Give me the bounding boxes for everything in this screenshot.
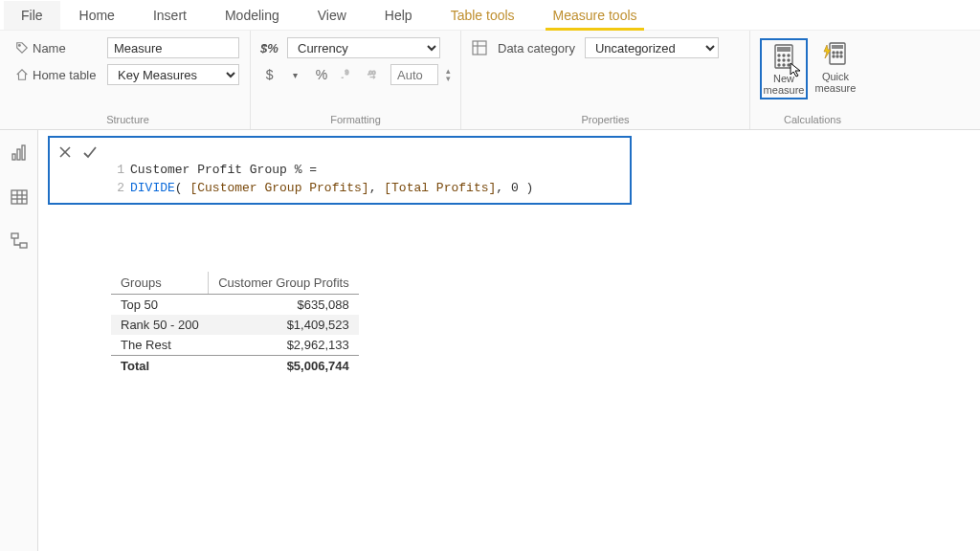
svg-text:.00: .00 <box>368 69 376 76</box>
data-category-label: Data category <box>498 41 575 55</box>
quick-measure-label: Quick measure <box>813 71 858 94</box>
svg-rect-7 <box>777 47 791 52</box>
decimal-decrease-button[interactable]: .00 <box>365 64 383 85</box>
svg-rect-34 <box>20 243 27 248</box>
percent-button[interactable]: % <box>312 64 330 85</box>
home-table-label: Home table <box>33 68 96 82</box>
menu-help[interactable]: Help <box>366 1 432 30</box>
svg-rect-26 <box>17 149 20 160</box>
report-view-button[interactable] <box>6 140 33 166</box>
calculator-icon <box>770 42 797 71</box>
formula-function: DIVIDE <box>130 181 175 195</box>
ribbon-group-structure: Name Home table Key Measures Structure <box>6 31 251 129</box>
svg-point-22 <box>833 55 835 57</box>
structure-group-label: Structure <box>15 112 240 129</box>
svg-point-14 <box>778 64 780 66</box>
formula-bar[interactable]: 1Customer Profit Group % = 2DIVIDE( [Cus… <box>48 136 632 205</box>
svg-point-23 <box>836 55 838 57</box>
decimals-input[interactable] <box>390 64 438 85</box>
svg-rect-3 <box>473 41 486 55</box>
formula-arg-1: [Customer Group Profits] <box>189 181 368 195</box>
table-header-groups[interactable]: Groups <box>111 272 209 295</box>
ribbon: Name Home table Key Measures Structure <box>0 31 980 130</box>
svg-point-11 <box>778 59 780 61</box>
menu-modeling[interactable]: Modeling <box>206 1 299 30</box>
tag-icon <box>15 41 29 55</box>
svg-point-12 <box>783 59 785 61</box>
formula-commit-button[interactable] <box>80 143 100 162</box>
svg-point-16 <box>788 64 790 66</box>
menu-insert[interactable]: Insert <box>134 1 206 30</box>
svg-rect-25 <box>12 154 15 160</box>
menu-home[interactable]: Home <box>60 1 134 30</box>
svg-point-21 <box>840 52 842 54</box>
svg-rect-27 <box>22 145 25 160</box>
svg-point-15 <box>783 64 785 66</box>
quick-measure-button[interactable]: Quick measure <box>812 38 859 96</box>
svg-point-13 <box>788 59 790 61</box>
ribbon-group-properties: Data category Uncategorized Properties <box>461 31 750 129</box>
formula-line-1: Customer Profit Group % = <box>130 163 317 177</box>
formatting-group-label: Formatting <box>260 112 451 129</box>
menu-file[interactable]: File <box>4 1 60 30</box>
thousands-button[interactable]: 9 <box>339 64 357 85</box>
decimals-stepper-icon[interactable]: ▴▾ <box>446 67 451 82</box>
table-row[interactable]: Rank 50 - 200 $1,409,523 <box>111 315 359 335</box>
name-label: Name <box>33 41 66 55</box>
line-number-1: 1 <box>111 161 124 180</box>
menu-measure-tools[interactable]: Measure tools <box>534 1 657 30</box>
table-row[interactable]: The Rest $2,962,133 <box>111 335 359 356</box>
svg-point-19 <box>833 52 835 54</box>
svg-text:9: 9 <box>345 69 349 76</box>
model-view-button[interactable] <box>6 228 33 254</box>
format-icon: $% <box>260 41 281 55</box>
svg-point-0 <box>19 45 21 47</box>
data-view-button[interactable] <box>6 184 33 210</box>
calculations-group-label: Calculations <box>760 112 865 129</box>
currency-dropdown-icon[interactable]: ▾ <box>286 64 304 85</box>
quick-measure-icon <box>822 40 849 69</box>
table-header-profits[interactable]: Customer Group Profits <box>209 272 359 295</box>
home-icon <box>15 68 29 81</box>
svg-point-24 <box>840 55 842 57</box>
ribbon-group-formatting: $% Currency $ ▾ % 9 .00 ▴▾ Formatting <box>251 31 461 129</box>
line-number-2: 2 <box>111 179 124 198</box>
home-table-select[interactable]: Key Measures <box>107 64 239 85</box>
new-measure-label: New measure <box>764 73 805 96</box>
data-category-icon <box>471 39 488 56</box>
svg-point-9 <box>783 55 785 56</box>
format-select[interactable]: Currency <box>287 37 440 58</box>
properties-group-label: Properties <box>471 112 740 129</box>
table-row[interactable]: Top 50 $635,088 <box>111 295 359 316</box>
svg-rect-18 <box>832 45 843 49</box>
formula-cancel-button[interactable] <box>56 143 75 162</box>
data-category-select[interactable]: Uncategorized <box>585 37 719 58</box>
menu-bar: File Home Insert Modeling View Help Tabl… <box>0 0 980 31</box>
new-measure-button[interactable]: New measure <box>760 38 808 99</box>
svg-point-20 <box>836 52 838 54</box>
formula-editor[interactable]: 1Customer Profit Group % = 2DIVIDE( [Cus… <box>100 142 533 216</box>
formula-arg-2: [Total Profits] <box>384 181 496 195</box>
currency-button[interactable]: $ <box>260 64 278 85</box>
table-visual[interactable]: Groups Customer Group Profits Top 50 $63… <box>111 272 359 376</box>
svg-point-10 <box>788 55 790 56</box>
table-row-total[interactable]: Total $5,006,744 <box>111 356 359 377</box>
menu-table-tools[interactable]: Table tools <box>432 1 534 30</box>
name-input[interactable] <box>107 37 239 58</box>
svg-rect-33 <box>11 233 18 238</box>
view-rail <box>0 130 38 551</box>
ribbon-group-calculations: New measure Quick measure Calculations <box>750 31 875 129</box>
menu-view[interactable]: View <box>299 1 366 30</box>
svg-rect-28 <box>11 190 27 204</box>
svg-point-8 <box>778 55 780 56</box>
